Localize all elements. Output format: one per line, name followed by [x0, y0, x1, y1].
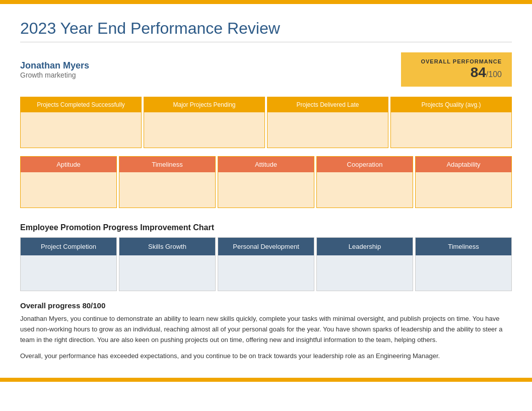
page-title: 2023 Year End Performance Review: [20, 19, 512, 38]
employee-name: Jonathan Myers: [20, 60, 89, 71]
chart-table: Project Completion Skills Growth Persona…: [20, 237, 512, 291]
stat-card-0: Projects Completed Successfully: [20, 97, 142, 148]
skill-card-1: Timeliness: [119, 156, 216, 208]
skill-card-body-1: [119, 172, 215, 208]
op-score: 84/100: [411, 64, 502, 81]
skill-card-body-0: [21, 172, 116, 208]
stat-card-2: Projects Delivered Late: [267, 97, 388, 148]
top-bar: [0, 0, 532, 4]
chart-col-0: Project Completion: [20, 237, 117, 291]
chart-title: Employee Promotion Progress Improvement …: [20, 223, 512, 232]
stats-row: Projects Completed Successfully Major Pr…: [20, 97, 512, 148]
chart-col-4: Timeliness: [415, 237, 512, 291]
chart-col-1: Skills Growth: [119, 237, 216, 291]
chart-col-header-1: Skills Growth: [119, 238, 215, 255]
stat-card-header-0: Projects Completed Successfully: [21, 97, 141, 112]
overall-progress-paragraph1: Jonathan Myers, you continue to demonstr…: [20, 314, 512, 345]
chart-col-header-0: Project Completion: [21, 238, 116, 255]
chart-col-body-3: [317, 255, 413, 291]
page-container: 2023 Year End Performance Review Jonatha…: [0, 4, 532, 378]
skill-card-header-2: Attitude: [218, 157, 314, 172]
stat-card-1: Major Projects Pending: [144, 97, 265, 148]
op-max: /100: [486, 70, 502, 79]
skill-card-4: Adaptability: [415, 156, 512, 208]
bottom-bar: [0, 378, 532, 382]
title-divider: [20, 42, 512, 42]
chart-col-3: Leadership: [316, 237, 413, 291]
chart-col-header-4: Timeliness: [416, 238, 511, 255]
employee-role: Growth marketing: [20, 71, 89, 79]
overall-performance-box: OVERALL PERFORMANCE 84/100: [401, 52, 512, 87]
overall-progress-title: Overall progress 80/100: [20, 301, 512, 310]
skill-card-2: Attitude: [218, 156, 314, 208]
chart-col-header-3: Leadership: [317, 238, 413, 255]
skill-card-body-3: [317, 172, 413, 208]
stat-card-header-1: Major Projects Pending: [144, 97, 264, 112]
stat-card-body-2: [268, 112, 388, 148]
skill-card-body-4: [416, 172, 511, 208]
stat-card-body-1: [144, 112, 264, 148]
stat-card-header-3: Projects Quality (avg.): [391, 97, 511, 112]
chart-col-header-2: Personal Development: [218, 238, 314, 255]
chart-col-body-0: [21, 255, 116, 291]
skill-card-header-0: Aptitude: [21, 157, 116, 172]
stat-card-3: Projects Quality (avg.): [390, 97, 512, 148]
skill-card-header-1: Timeliness: [119, 157, 215, 172]
chart-col-2: Personal Development: [218, 237, 314, 291]
skill-card-header-4: Adaptability: [416, 157, 511, 172]
op-label: OVERALL PERFORMANCE: [411, 58, 502, 64]
skill-card-header-3: Cooperation: [317, 157, 413, 172]
employee-header: Jonathan Myers Growth marketing OVERALL …: [20, 52, 512, 87]
employee-info: Jonathan Myers Growth marketing: [20, 60, 89, 79]
chart-col-body-1: [119, 255, 215, 291]
chart-col-body-2: [218, 255, 314, 291]
op-score-value: 84: [471, 64, 486, 80]
stat-card-body-3: [391, 112, 511, 148]
skills-row: Aptitude Timeliness Attitude Cooperation…: [20, 156, 512, 208]
stat-card-body-0: [21, 112, 141, 148]
stat-card-header-2: Projects Delivered Late: [268, 97, 388, 112]
skill-card-body-2: [218, 172, 314, 208]
overall-progress-paragraph2: Overall, your performance has exceeded e…: [20, 351, 512, 362]
skill-card-3: Cooperation: [316, 156, 413, 208]
chart-col-body-4: [416, 255, 511, 291]
skill-card-0: Aptitude: [20, 156, 117, 208]
